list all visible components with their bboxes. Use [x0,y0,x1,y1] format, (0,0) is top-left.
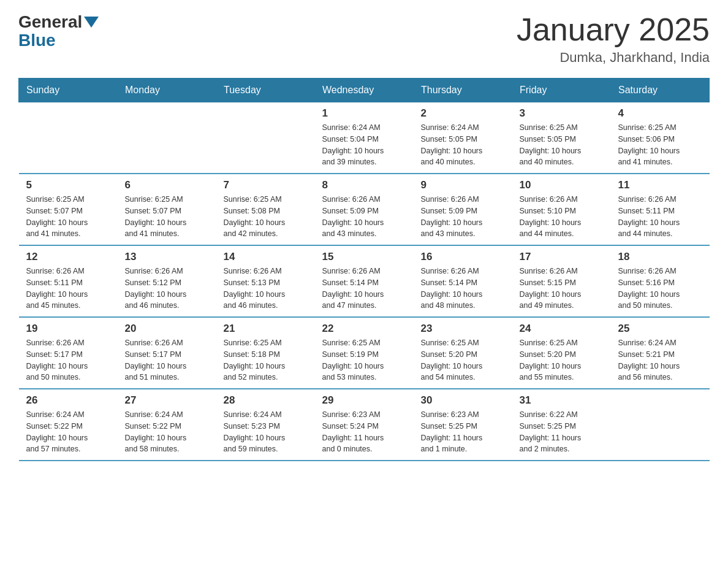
day-info: Sunrise: 6:25 AMSunset: 5:18 PMDaylight:… [224,337,308,383]
day-info: Sunrise: 6:22 AMSunset: 5:25 PMDaylight:… [520,409,604,455]
day-number: 9 [421,179,505,191]
day-info: Sunrise: 6:26 AMSunset: 5:15 PMDaylight:… [520,266,604,312]
day-info: Sunrise: 6:24 AMSunset: 5:22 PMDaylight:… [26,409,110,455]
day-info: Sunrise: 6:26 AMSunset: 5:14 PMDaylight:… [322,266,406,312]
calendar-cell: 26Sunrise: 6:24 AMSunset: 5:22 PMDayligh… [19,389,118,461]
calendar-week-row: 12Sunrise: 6:26 AMSunset: 5:11 PMDayligh… [19,245,710,317]
day-info: Sunrise: 6:25 AMSunset: 5:06 PMDaylight:… [618,122,702,168]
calendar-cell [216,102,315,174]
day-info: Sunrise: 6:24 AMSunset: 5:21 PMDaylight:… [618,337,702,383]
calendar-cell: 31Sunrise: 6:22 AMSunset: 5:25 PMDayligh… [512,389,611,461]
day-info: Sunrise: 6:26 AMSunset: 5:09 PMDaylight:… [421,194,505,240]
day-number: 31 [520,394,604,407]
day-number: 5 [26,179,110,191]
day-number: 28 [224,394,308,407]
day-number: 23 [421,323,505,335]
day-info: Sunrise: 6:26 AMSunset: 5:14 PMDaylight:… [421,266,505,312]
calendar-cell [611,389,710,461]
logo: General Blue [18,12,99,50]
day-info: Sunrise: 6:26 AMSunset: 5:16 PMDaylight:… [618,266,702,312]
day-number: 16 [421,251,505,263]
calendar-cell: 18Sunrise: 6:26 AMSunset: 5:16 PMDayligh… [611,245,710,317]
calendar-cell: 13Sunrise: 6:26 AMSunset: 5:12 PMDayligh… [118,245,216,317]
day-info: Sunrise: 6:24 AMSunset: 5:22 PMDaylight:… [125,409,209,455]
day-number: 4 [618,107,702,120]
day-number: 20 [125,323,209,335]
calendar-week-row: 1Sunrise: 6:24 AMSunset: 5:04 PMDaylight… [19,102,710,174]
calendar-cell: 5Sunrise: 6:25 AMSunset: 5:07 PMDaylight… [19,174,118,245]
day-number: 27 [125,394,209,407]
calendar-cell: 17Sunrise: 6:26 AMSunset: 5:15 PMDayligh… [512,245,611,317]
day-number: 21 [224,323,308,335]
day-info: Sunrise: 6:24 AMSunset: 5:23 PMDaylight:… [224,409,308,455]
calendar-cell: 30Sunrise: 6:23 AMSunset: 5:25 PMDayligh… [414,389,512,461]
calendar-cell: 1Sunrise: 6:24 AMSunset: 5:04 PMDaylight… [315,102,414,174]
calendar-cell: 23Sunrise: 6:25 AMSunset: 5:20 PMDayligh… [414,317,512,389]
day-number: 25 [618,323,702,335]
calendar-header: SundayMondayTuesdayWednesdayThursdayFrid… [19,79,710,102]
logo-arrow-icon [84,17,99,28]
day-header-wednesday: Wednesday [315,79,414,102]
month-title: January 2025 [517,12,710,47]
day-number: 2 [421,107,505,120]
page-header: General Blue January 2025 Dumka, Jharkha… [18,12,710,66]
day-info: Sunrise: 6:25 AMSunset: 5:20 PMDaylight:… [520,337,604,383]
calendar-body: 1Sunrise: 6:24 AMSunset: 5:04 PMDaylight… [19,102,710,461]
calendar-cell: 8Sunrise: 6:26 AMSunset: 5:09 PMDaylight… [315,174,414,245]
day-info: Sunrise: 6:23 AMSunset: 5:25 PMDaylight:… [421,409,505,455]
location-title: Dumka, Jharkhand, India [517,50,710,66]
calendar-cell: 10Sunrise: 6:26 AMSunset: 5:10 PMDayligh… [512,174,611,245]
calendar-cell: 27Sunrise: 6:24 AMSunset: 5:22 PMDayligh… [118,389,216,461]
day-info: Sunrise: 6:26 AMSunset: 5:17 PMDaylight:… [26,337,110,383]
calendar-week-row: 26Sunrise: 6:24 AMSunset: 5:22 PMDayligh… [19,389,710,461]
day-info: Sunrise: 6:26 AMSunset: 5:12 PMDaylight:… [125,266,209,312]
day-number: 15 [322,251,406,263]
day-info: Sunrise: 6:26 AMSunset: 5:11 PMDaylight:… [26,266,110,312]
calendar-cell: 7Sunrise: 6:25 AMSunset: 5:08 PMDaylight… [216,174,315,245]
logo-general-text: General [18,12,82,32]
calendar-cell: 11Sunrise: 6:26 AMSunset: 5:11 PMDayligh… [611,174,710,245]
day-number: 13 [125,251,209,263]
day-number: 22 [322,323,406,335]
day-info: Sunrise: 6:23 AMSunset: 5:24 PMDaylight:… [322,409,406,455]
day-number: 30 [421,394,505,407]
calendar-cell [19,102,118,174]
day-number: 6 [125,179,209,191]
day-number: 10 [520,179,604,191]
calendar-cell [118,102,216,174]
calendar-cell: 6Sunrise: 6:25 AMSunset: 5:07 PMDaylight… [118,174,216,245]
calendar-cell: 28Sunrise: 6:24 AMSunset: 5:23 PMDayligh… [216,389,315,461]
calendar-cell: 22Sunrise: 6:25 AMSunset: 5:19 PMDayligh… [315,317,414,389]
calendar-cell: 21Sunrise: 6:25 AMSunset: 5:18 PMDayligh… [216,317,315,389]
calendar-week-row: 19Sunrise: 6:26 AMSunset: 5:17 PMDayligh… [19,317,710,389]
day-number: 18 [618,251,702,263]
day-info: Sunrise: 6:26 AMSunset: 5:09 PMDaylight:… [322,194,406,240]
calendar-cell: 16Sunrise: 6:26 AMSunset: 5:14 PMDayligh… [414,245,512,317]
day-info: Sunrise: 6:26 AMSunset: 5:17 PMDaylight:… [125,337,209,383]
day-header-monday: Monday [118,79,216,102]
day-info: Sunrise: 6:26 AMSunset: 5:10 PMDaylight:… [520,194,604,240]
calendar-cell: 14Sunrise: 6:26 AMSunset: 5:13 PMDayligh… [216,245,315,317]
day-header-sunday: Sunday [19,79,118,102]
day-number: 11 [618,179,702,191]
title-section: January 2025 Dumka, Jharkhand, India [517,12,710,66]
calendar-cell: 19Sunrise: 6:26 AMSunset: 5:17 PMDayligh… [19,317,118,389]
day-header-thursday: Thursday [414,79,512,102]
day-number: 26 [26,394,110,407]
day-number: 7 [224,179,308,191]
day-number: 12 [26,251,110,263]
calendar-table: SundayMondayTuesdayWednesdayThursdayFrid… [18,78,710,461]
day-number: 17 [520,251,604,263]
calendar-cell: 29Sunrise: 6:23 AMSunset: 5:24 PMDayligh… [315,389,414,461]
day-info: Sunrise: 6:25 AMSunset: 5:08 PMDaylight:… [224,194,308,240]
day-header-friday: Friday [512,79,611,102]
day-info: Sunrise: 6:24 AMSunset: 5:05 PMDaylight:… [421,122,505,168]
calendar-cell: 9Sunrise: 6:26 AMSunset: 5:09 PMDaylight… [414,174,512,245]
day-header-saturday: Saturday [611,79,710,102]
calendar-cell: 12Sunrise: 6:26 AMSunset: 5:11 PMDayligh… [19,245,118,317]
calendar-cell: 24Sunrise: 6:25 AMSunset: 5:20 PMDayligh… [512,317,611,389]
calendar-week-row: 5Sunrise: 6:25 AMSunset: 5:07 PMDaylight… [19,174,710,245]
day-info: Sunrise: 6:26 AMSunset: 5:11 PMDaylight:… [618,194,702,240]
calendar-cell: 25Sunrise: 6:24 AMSunset: 5:21 PMDayligh… [611,317,710,389]
day-number: 29 [322,394,406,407]
